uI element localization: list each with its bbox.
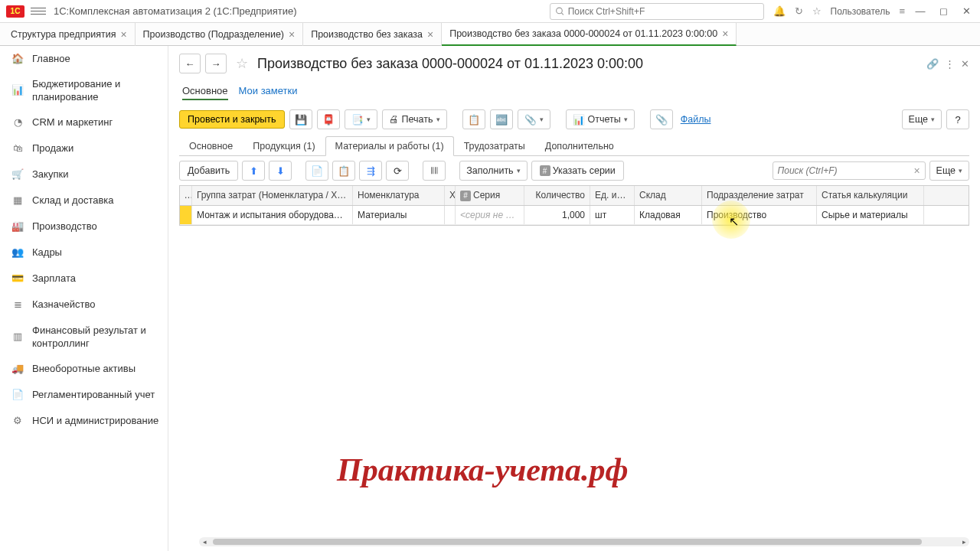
sidebar-item-budgeting[interactable]: 📊Бюджетирование и планирование	[0, 72, 168, 110]
more-button[interactable]: Еще ▾	[902, 109, 942, 129]
cell-series[interactable]: <серия не ук...	[456, 206, 524, 224]
sidebar-item-purchases[interactable]: 🛒Закупки	[0, 162, 168, 188]
kebab-icon[interactable]: ⋮	[945, 58, 955, 70]
innertab-additional[interactable]: Дополнительно	[535, 136, 624, 156]
tab-production-no-order[interactable]: Производство без заказа×	[303, 23, 442, 46]
sidebar-item-hr[interactable]: 👥Кадры	[0, 240, 168, 266]
cart-icon: 🛒	[11, 168, 24, 182]
svg-line-1	[561, 12, 564, 15]
table-more-button[interactable]: Еще ▾	[929, 161, 969, 181]
cell-unit[interactable]: шт	[590, 206, 635, 224]
tool-btn-1[interactable]: 📋	[462, 109, 485, 129]
innertab-products[interactable]: Продукция (1)	[243, 136, 325, 156]
nav-forward-button[interactable]: →	[205, 54, 227, 73]
favorite-icon[interactable]: ☆	[812, 5, 822, 17]
tabs-bar: Структура предприятия× Производство (Под…	[0, 23, 980, 46]
tab-structure[interactable]: Структура предприятия×	[3, 23, 136, 46]
col-quantity[interactable]: Количество	[524, 186, 590, 205]
tool-btn-2[interactable]: 🔤	[490, 109, 513, 129]
create-based-button[interactable]: 📑▾	[345, 109, 377, 129]
history-icon[interactable]: ↻	[795, 5, 803, 17]
bell-icon[interactable]: 🔔	[773, 5, 786, 17]
cell-nomenclature[interactable]: Материалы	[353, 206, 445, 224]
paste-button[interactable]: 📋	[332, 161, 355, 181]
table-search[interactable]: ×	[773, 161, 926, 180]
star-icon[interactable]: ☆	[236, 55, 248, 72]
link-icon[interactable]: 🔗	[926, 58, 939, 70]
add-button[interactable]: Добавить	[179, 161, 238, 181]
close-doc-icon[interactable]: ✕	[961, 58, 969, 70]
barcode-button[interactable]: ⦀⦀	[423, 161, 446, 181]
sidebar-item-sales[interactable]: 🛍Продажи	[0, 136, 168, 162]
close-button[interactable]: ✕	[959, 4, 974, 19]
maximize-button[interactable]: ◻	[936, 4, 951, 19]
move-down-button[interactable]: ⬇	[269, 161, 292, 181]
copy-button[interactable]: 📄	[305, 161, 328, 181]
cell-quantity[interactable]: 1,000	[524, 206, 590, 224]
sidebar-item-finance[interactable]: ▥Финансовый результат и контроллинг	[0, 318, 168, 357]
hamburger-icon[interactable]	[31, 4, 46, 19]
cell-group[interactable]: Монтаж и испытания оборудования	[192, 206, 353, 224]
nav-back-button[interactable]: ←	[179, 54, 201, 73]
sidebar-item-regulated[interactable]: 📄Регламентированный учет	[0, 383, 168, 409]
innertab-materials[interactable]: Материалы и работы (1)	[325, 136, 454, 156]
col-group[interactable]: Группа затрат (Номенклатура / Ха...	[192, 186, 353, 205]
move-up-button[interactable]: ⬆	[242, 161, 265, 181]
sidebar-item-assets[interactable]: 🚚Внеоборотные активы	[0, 357, 168, 383]
col-nomenclature[interactable]: Номенклатура	[353, 186, 445, 205]
series-button[interactable]: #Указать серии	[531, 161, 624, 181]
user-label[interactable]: Пользователь	[831, 6, 890, 17]
col-characteristic[interactable]: Х	[445, 186, 456, 205]
subtab-main[interactable]: Основное	[182, 83, 228, 100]
sidebar-item-admin[interactable]: ⚙НСИ и администрирование	[0, 409, 168, 435]
sidebar-item-crm[interactable]: ◔CRM и маркетинг	[0, 110, 168, 136]
cell-department[interactable]: Производство	[702, 206, 817, 224]
sidebar-item-treasury[interactable]: ≣Казначейство	[0, 292, 168, 318]
scroll-left-icon[interactable]: ◂	[199, 537, 210, 546]
table-row[interactable]: Монтаж и испытания оборудования Материал…	[180, 206, 969, 225]
sidebar-item-production[interactable]: 🏭Производство	[0, 214, 168, 240]
attach-button[interactable]: 📎	[650, 109, 673, 129]
help-button[interactable]: ?	[946, 109, 969, 129]
global-search-input[interactable]	[568, 6, 759, 17]
global-search[interactable]	[550, 3, 764, 20]
col-warehouse[interactable]: Склад	[635, 186, 702, 205]
settings-icon[interactable]: ≡	[899, 5, 905, 17]
tab-close-icon[interactable]: ×	[722, 28, 728, 40]
scrollbar-thumb[interactable]	[213, 539, 922, 545]
col-unit[interactable]: Ед. изм.	[590, 186, 635, 205]
reports-button[interactable]: 📊 Отчеты ▾	[566, 109, 635, 129]
fill-button[interactable]: Заполнить ▾	[459, 161, 527, 181]
innertab-labor[interactable]: Трудозатраты	[454, 136, 535, 156]
tab-document[interactable]: Производство без заказа 0000-000024 от 0…	[442, 23, 737, 46]
cell-cost-item[interactable]: Сырье и материалы	[817, 206, 924, 224]
table-search-input[interactable]	[778, 165, 911, 176]
col-marker[interactable]: .	[180, 186, 192, 205]
print-button[interactable]: 🖨 Печать ▾	[382, 109, 447, 129]
minimize-button[interactable]: —	[913, 4, 928, 19]
share-button[interactable]: ⇶	[359, 161, 382, 181]
tool-btn-3[interactable]: 📎▾	[518, 109, 550, 129]
scroll-right-icon[interactable]: ▸	[959, 537, 969, 546]
post-and-close-button[interactable]: Провести и закрыть	[179, 110, 285, 129]
col-department[interactable]: Подразделение затрат	[702, 186, 817, 205]
sidebar-item-main[interactable]: 🏠Главное	[0, 46, 168, 72]
refresh-button[interactable]: ⟳	[386, 161, 409, 181]
tab-production-dept[interactable]: Производство (Подразделение)×	[136, 23, 304, 46]
cell-characteristic[interactable]	[445, 206, 456, 224]
subtab-notes[interactable]: Мои заметки	[239, 83, 298, 100]
post-button[interactable]: 📮	[317, 109, 340, 129]
sidebar-item-warehouse[interactable]: ▦Склад и доставка	[0, 188, 168, 214]
clear-search-icon[interactable]: ×	[913, 165, 920, 177]
tab-close-icon[interactable]: ×	[289, 28, 295, 41]
col-cost-item[interactable]: Статья калькуляции	[817, 186, 924, 205]
col-series[interactable]: #Серия	[456, 186, 524, 205]
horizontal-scrollbar[interactable]: ◂ ▸	[199, 537, 969, 546]
files-link[interactable]: Файлы	[681, 114, 711, 125]
save-button[interactable]: 💾	[289, 109, 312, 129]
innertab-main[interactable]: Основное	[179, 136, 243, 156]
tab-close-icon[interactable]: ×	[427, 28, 433, 41]
sidebar-item-salary[interactable]: 💳Зарплата	[0, 266, 168, 292]
tab-close-icon[interactable]: ×	[120, 28, 126, 41]
cell-warehouse[interactable]: Кладовая	[635, 206, 702, 224]
